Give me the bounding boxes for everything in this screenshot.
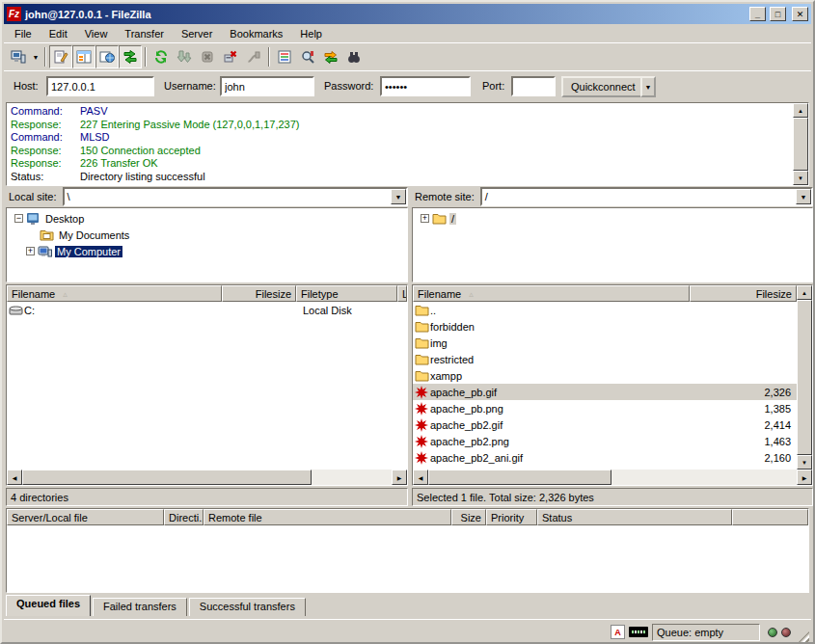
scroll-down-icon[interactable]: ▼ <box>793 171 808 185</box>
desktop-icon <box>26 212 41 226</box>
local-horizontal-scrollbar[interactable]: ◀ ▶ <box>7 470 407 485</box>
remote-file-row[interactable]: apache_pb.png 1,385 <box>413 400 797 416</box>
username-input[interactable] <box>220 76 314 96</box>
menu-bar: File Edit View Transfer Server Bookmarks… <box>4 24 811 42</box>
folder-icon <box>415 336 429 349</box>
tree-item-my-computer[interactable]: + My Computer <box>7 243 407 259</box>
remote-file-row[interactable]: apache_pb2.gif 2,414 <box>413 416 797 433</box>
expand-icon[interactable]: + <box>26 247 35 255</box>
column-header-direction[interactable]: Directi... <box>164 509 204 525</box>
tree-item-root[interactable]: + / <box>413 210 812 227</box>
password-input[interactable] <box>380 76 471 96</box>
status-bar: A Queue: empty <box>4 619 811 644</box>
remote-file-row[interactable]: forbidden <box>413 318 797 335</box>
column-header-filename[interactable]: Filename▵ <box>413 285 690 302</box>
scrollbar-thumb[interactable] <box>428 470 611 485</box>
column-header-priority[interactable]: Priority <box>486 509 537 525</box>
menu-bookmarks[interactable]: Bookmarks <box>221 26 291 41</box>
port-input[interactable] <box>511 76 556 96</box>
scroll-up-icon[interactable]: ▲ <box>793 103 808 118</box>
menu-view[interactable]: View <box>76 26 117 41</box>
remote-site-combo[interactable]: / ▼ <box>480 187 813 206</box>
cancel-button[interactable] <box>196 45 219 68</box>
toggle-remote-pane-button[interactable] <box>95 45 119 68</box>
column-header-status[interactable]: Status <box>537 509 732 525</box>
scrollbar-thumb[interactable] <box>22 470 312 485</box>
folder-icon <box>415 353 429 365</box>
scroll-down-icon[interactable]: ▼ <box>797 455 812 470</box>
folder-icon <box>415 320 429 333</box>
local-site-combo[interactable]: \ ▼ <box>63 187 408 206</box>
scroll-up-icon[interactable]: ▲ <box>797 285 812 300</box>
username-label: Username: <box>164 80 216 92</box>
local-file-row[interactable]: C: Local Disk <box>7 302 407 318</box>
toggle-local-pane-button[interactable] <box>72 45 95 68</box>
site-manager-dropdown[interactable]: ▼ <box>30 45 41 68</box>
chevron-down-icon[interactable]: ▼ <box>391 189 406 204</box>
column-header-filename[interactable]: Filename▵ <box>7 285 222 302</box>
directory-compare-icon <box>300 49 315 65</box>
collapse-icon[interactable]: − <box>14 214 23 223</box>
quickconnect-button[interactable]: Quickconnect <box>561 76 645 97</box>
menu-server[interactable]: Server <box>173 26 221 41</box>
column-header-filesize[interactable]: Filesize <box>222 285 296 302</box>
local-status-text: 4 directories <box>6 488 408 506</box>
column-header-size[interactable]: Size <box>451 509 486 525</box>
reconnect-button[interactable] <box>242 45 265 68</box>
scroll-right-icon[interactable]: ▶ <box>797 470 812 485</box>
tree-item-label: My Computer <box>55 246 122 257</box>
menu-file[interactable]: File <box>6 26 41 41</box>
toolbar-separator <box>44 47 46 67</box>
find-files-button[interactable] <box>342 45 366 68</box>
remote-vertical-scrollbar[interactable]: ▲ ▼ <box>797 285 812 470</box>
site-manager-button[interactable] <box>7 45 30 68</box>
remote-file-row[interactable]: restricted <box>413 351 797 367</box>
remote-file-row[interactable]: img <box>413 335 797 351</box>
column-header-last-modified[interactable]: L <box>397 285 407 302</box>
scroll-right-icon[interactable]: ▶ <box>392 470 407 485</box>
tab-successful-transfers[interactable]: Successful transfers <box>189 598 306 616</box>
scrollbar-thumb[interactable] <box>793 118 808 171</box>
remote-file-row[interactable]: .. <box>413 302 797 318</box>
scroll-left-icon[interactable]: ◀ <box>413 470 428 485</box>
disconnect-button[interactable] <box>219 45 242 68</box>
column-header-filetype[interactable]: Filetype <box>296 285 397 302</box>
menu-transfer[interactable]: Transfer <box>116 26 173 41</box>
tab-queued-files[interactable]: Queued files <box>6 595 91 616</box>
column-header-filesize[interactable]: Filesize <box>690 285 797 302</box>
tree-item-my-documents[interactable]: My Documents <box>7 227 407 243</box>
remote-file-row-selected[interactable]: apache_pb.gif 2,326 <box>413 384 797 400</box>
expand-icon[interactable]: + <box>421 214 429 223</box>
maximize-button[interactable]: □ <box>770 7 786 21</box>
column-header-server-local-file[interactable]: Server/Local file <box>7 509 164 525</box>
tree-item-desktop[interactable]: − Desktop <box>7 210 407 227</box>
remote-file-row[interactable]: apache_pb2.png 1,463 <box>413 433 797 449</box>
log-vertical-scrollbar[interactable]: ▲ ▼ <box>793 103 808 185</box>
directory-compare-button[interactable] <box>296 45 319 68</box>
synchronized-browsing-button[interactable] <box>319 45 342 68</box>
chevron-down-icon[interactable]: ▼ <box>796 189 811 204</box>
remote-file-row[interactable]: apache_pb2_ani.gif 2,160 <box>413 449 797 466</box>
resize-grip[interactable] <box>797 631 809 644</box>
menu-help[interactable]: Help <box>291 26 331 41</box>
toggle-log-button[interactable] <box>49 45 72 68</box>
process-queue-button[interactable] <box>173 45 196 68</box>
toggle-queue-button[interactable] <box>119 45 142 68</box>
scroll-left-icon[interactable]: ◀ <box>7 470 22 485</box>
remote-horizontal-scrollbar[interactable]: ◀ ▶ <box>413 470 812 485</box>
file-name: img <box>430 337 696 349</box>
close-button[interactable]: ✕ <box>792 7 808 21</box>
scrollbar-thumb[interactable] <box>797 300 812 455</box>
column-header-empty <box>732 509 808 525</box>
directory-filters-button[interactable] <box>273 45 296 68</box>
file-name: apache_pb2_ani.gif <box>430 452 696 464</box>
refresh-button[interactable] <box>149 45 173 68</box>
queue-header: Server/Local file Directi... Remote file… <box>7 509 808 525</box>
tab-failed-transfers[interactable]: Failed transfers <box>93 598 187 616</box>
menu-edit[interactable]: Edit <box>41 26 76 41</box>
column-header-remote-file[interactable]: Remote file <box>204 509 451 525</box>
minimize-button[interactable]: _ <box>749 7 766 21</box>
host-input[interactable] <box>46 76 154 96</box>
quickconnect-dropdown[interactable]: ▼ <box>640 76 656 97</box>
remote-file-row[interactable]: xampp <box>413 367 797 384</box>
